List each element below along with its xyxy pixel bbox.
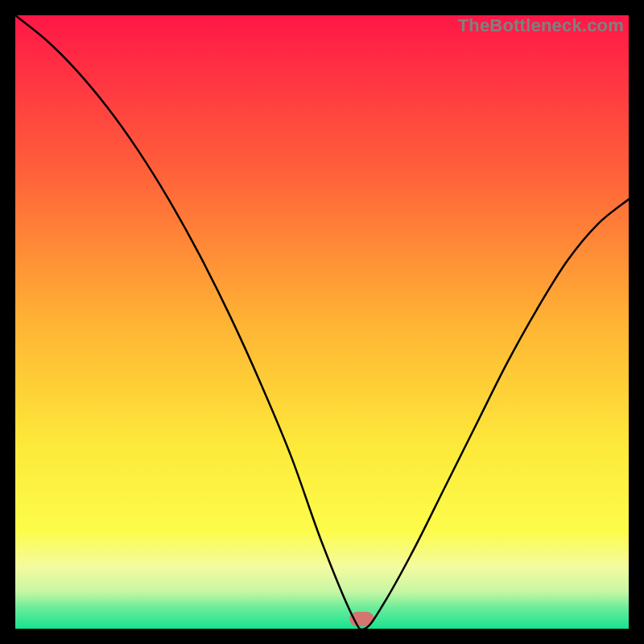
plot-area: TheBottleneck.com <box>15 15 629 629</box>
chart-frame: TheBottleneck.com <box>0 0 644 644</box>
bottleneck-chart <box>15 15 629 629</box>
watermark-text: TheBottleneck.com <box>458 15 624 36</box>
